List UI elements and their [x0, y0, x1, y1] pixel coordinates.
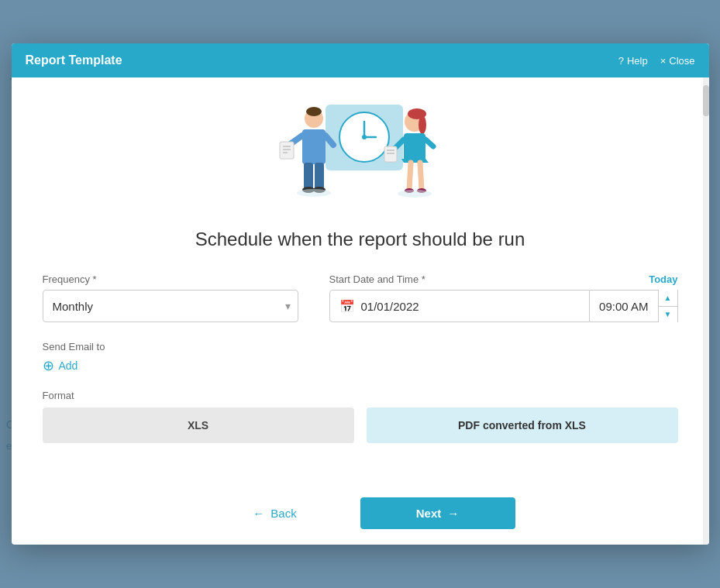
time-increment-button[interactable]: ▲ [659, 290, 677, 307]
close-icon: × [660, 55, 667, 67]
form-row-frequency-date: Frequency * Monthly Once Daily Weekly Ye… [43, 273, 678, 322]
next-button[interactable]: Next → [360, 497, 515, 529]
date-label: Start Date and Time * [329, 273, 425, 285]
format-label: Format [43, 390, 678, 401]
svg-point-4 [362, 135, 367, 139]
modal-footer: ← Back Next → [12, 490, 709, 545]
time-input[interactable]: 09:00 AM ▲ ▼ [590, 290, 677, 322]
svg-rect-15 [304, 163, 313, 190]
arrow-left-icon: ← [253, 507, 264, 520]
help-icon: ? [618, 55, 624, 67]
format-options: XLS PDF converted from XLS [43, 407, 678, 443]
titlebar-actions: ? Help × Close [618, 55, 695, 67]
modal-title: Report Template [26, 53, 122, 67]
svg-marker-24 [401, 159, 429, 163]
date-input[interactable]: 📅 01/01/2022 [329, 290, 591, 322]
svg-rect-10 [280, 142, 294, 159]
send-email-section: Send Email to ⊕ Add [43, 341, 678, 374]
svg-line-30 [409, 163, 411, 190]
modal-body: Schedule when the report should be run F… [12, 77, 709, 490]
time-decrement-button[interactable]: ▼ [659, 307, 677, 323]
report-template-modal: Report Template ? Help × Close [12, 43, 709, 545]
svg-point-22 [419, 115, 426, 134]
close-button[interactable]: × Close [660, 55, 695, 67]
svg-rect-8 [302, 129, 326, 164]
svg-rect-23 [404, 133, 425, 163]
frequency-select[interactable]: Monthly Once Daily Weekly Yearly [43, 290, 298, 322]
scrollbar[interactable] [703, 77, 709, 545]
scrollbar-thumb [703, 85, 709, 116]
schedule-heading: Schedule when the report should be run [43, 229, 678, 250]
time-spinners: ▲ ▼ [658, 290, 677, 322]
frequency-label: Frequency * [43, 273, 298, 285]
svg-rect-26 [384, 146, 397, 162]
date-value: 01/01/2022 [361, 300, 419, 313]
help-button[interactable]: ? Help [618, 55, 648, 67]
format-xls-button[interactable]: XLS [43, 407, 354, 443]
svg-rect-16 [315, 163, 324, 190]
time-value: 09:00 AM [590, 300, 657, 313]
date-time-inputs: 📅 01/01/2022 09:00 AM ▲ ▼ [329, 290, 678, 322]
illustration [43, 77, 678, 221]
plus-circle-icon: ⊕ [43, 357, 54, 374]
format-pdf-button[interactable]: PDF converted from XLS [367, 407, 678, 443]
date-label-row: Start Date and Time * Today [329, 273, 678, 285]
svg-line-31 [420, 163, 422, 190]
svg-point-7 [306, 107, 322, 116]
svg-line-29 [425, 139, 433, 146]
svg-point-34 [398, 190, 432, 198]
date-group: Start Date and Time * Today 📅 01/01/2022… [329, 273, 678, 322]
frequency-group: Frequency * Monthly Once Daily Weekly Ye… [43, 273, 298, 322]
arrow-right-icon: → [447, 507, 459, 520]
add-email-button[interactable]: ⊕ Add [43, 357, 78, 374]
today-button[interactable]: Today [649, 273, 677, 285]
calendar-icon: 📅 [339, 299, 355, 314]
modal-overlay: 7 Cus e ( Report Template ? Help × Close [0, 0, 720, 588]
modal-titlebar: Report Template ? Help × Close [12, 43, 709, 77]
send-email-label: Send Email to [43, 341, 678, 352]
back-button[interactable]: ← Back [205, 497, 345, 529]
frequency-select-wrapper[interactable]: Monthly Once Daily Weekly Yearly ▾ [43, 290, 298, 322]
format-section: Format XLS PDF converted from XLS [43, 390, 678, 443]
svg-point-19 [297, 189, 331, 197]
